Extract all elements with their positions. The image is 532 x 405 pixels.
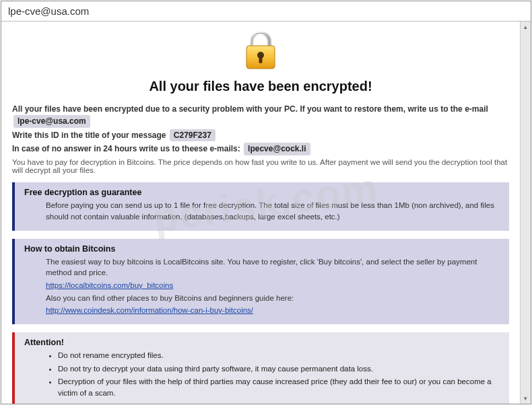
vertical-scrollbar[interactable]: ▴ ▾ — [520, 22, 531, 404]
primary-email-pill: lpe-cve@usa.com — [13, 115, 90, 128]
intro-text-2: Write this ID in the title of your messa… — [12, 131, 166, 140]
intro-subnote: You have to pay for decryption in Bitcoi… — [12, 158, 509, 174]
content-area: All your files have been encrypted! All … — [1, 22, 520, 404]
section-bitcoins: How to obtain Bitcoins The easiest way t… — [12, 239, 509, 324]
section-attention: Attention! Do not rename encrypted files… — [12, 332, 509, 404]
bitcoins-text-2: Also you can find other places to buy Bi… — [46, 293, 502, 304]
section-bitcoins-title: How to obtain Bitcoins — [24, 244, 502, 254]
id-pill: C279F237 — [170, 129, 215, 142]
window-title: lpe-cve@usa.com — [8, 5, 89, 17]
scroll-up-icon[interactable]: ▴ — [521, 22, 531, 32]
intro-line-1: All your files have been encrypted due t… — [12, 104, 509, 128]
window-titlebar: lpe-cve@usa.com — [1, 1, 531, 22]
bitcoins-link-2[interactable]: http://www.coindesk.com/information/how-… — [46, 306, 253, 314]
content-wrap: All your files have been encrypted! All … — [1, 22, 531, 404]
app-window: lpe-cve@usa.com — [1, 1, 531, 404]
attention-item: Decryption of your files with the help o… — [58, 376, 502, 398]
intro-line-2: Write this ID in the title of your messa… — [12, 129, 509, 142]
intro-text-3: In case of no answer in 24 hours write u… — [12, 144, 240, 153]
intro-block: All your files have been encrypted due t… — [12, 104, 509, 174]
attention-list: Do not rename encrypted files. Do not tr… — [46, 350, 502, 399]
bitcoins-text-1: The easiest way to buy bitcoins is Local… — [46, 256, 502, 279]
main-heading: All your files have been encrypted! — [12, 79, 509, 94]
section-attention-title: Attention! — [24, 338, 502, 347]
scroll-down-icon[interactable]: ▾ — [521, 393, 531, 404]
section-guarantee-body: Before paying you can send us up to 1 fi… — [24, 200, 502, 222]
section-guarantee: Free decryption as guarantee Before payi… — [12, 182, 509, 230]
secondary-email-pill: lpecve@cock.li — [244, 143, 310, 155]
lock-icon — [241, 30, 280, 73]
guarantee-text: Before paying you can send us up to 1 fi… — [46, 200, 502, 222]
intro-text-1: All your files have been encrypted due t… — [12, 104, 488, 114]
intro-line-3: In case of no answer in 24 hours write u… — [12, 143, 509, 155]
lock-icon-wrap — [12, 30, 509, 73]
section-bitcoins-body: The easiest way to buy bitcoins is Local… — [24, 256, 502, 316]
section-guarantee-title: Free decryption as guarantee — [24, 188, 502, 197]
attention-item: Do not rename encrypted files. — [58, 350, 502, 361]
attention-item: Do not try to decrypt your data using th… — [58, 363, 502, 375]
svg-rect-2 — [259, 57, 263, 63]
bitcoins-link-1[interactable]: https://localbitcoins.com/buy_bitcoins — [46, 281, 173, 289]
section-attention-body: Do not rename encrypted files. Do not tr… — [24, 350, 502, 399]
